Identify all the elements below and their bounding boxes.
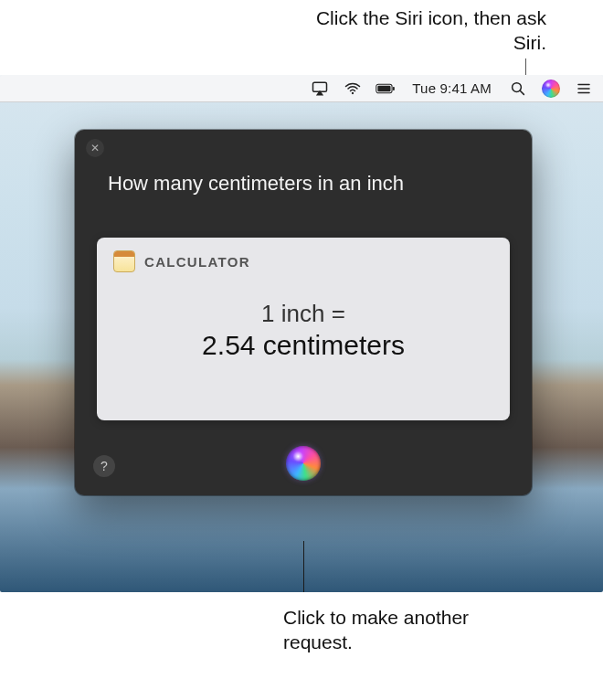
result-line-2: 2.54 centimeters	[97, 330, 510, 361]
result-header: CALCULATOR	[97, 238, 510, 281]
wifi-icon[interactable]	[343, 79, 363, 99]
battery-icon[interactable]	[376, 79, 396, 99]
siri-request-button[interactable]	[284, 444, 323, 483]
siri-result-card[interactable]: CALCULATOR 1 inch = 2.54 centimeters	[97, 238, 510, 420]
svg-rect-5	[393, 87, 395, 90]
menu-bar-clock[interactable]: Tue 9:41 AM	[408, 80, 495, 96]
siri-query-text: How many centimeters in an inch	[108, 172, 499, 196]
svg-point-2	[352, 91, 354, 93]
callout-bottom: Click to make another request.	[283, 605, 521, 655]
svg-rect-4	[378, 85, 391, 90]
help-button[interactable]: ?	[93, 455, 115, 477]
svg-marker-1	[316, 90, 323, 95]
menu-bar: Tue 9:41 AM	[0, 75, 603, 102]
siri-window: ✕ How many centimeters in an inch CALCUL…	[75, 130, 532, 495]
siri-orb-icon	[542, 80, 560, 98]
svg-line-7	[520, 90, 524, 94]
airplay-icon[interactable]	[310, 79, 330, 99]
result-line-1: 1 inch =	[97, 300, 510, 328]
help-icon: ?	[100, 459, 108, 473]
close-button[interactable]: ✕	[86, 139, 104, 157]
leader-line-bottom	[303, 541, 304, 592]
result-source-label: CALCULATOR	[144, 254, 250, 270]
desktop-region: Tue 9:41 AM ✕ How many centimeters in an…	[0, 75, 603, 592]
notification-center-icon[interactable]	[574, 79, 594, 99]
siri-menu-bar-icon[interactable]	[541, 79, 561, 99]
close-icon: ✕	[90, 143, 100, 154]
spotlight-search-icon[interactable]	[508, 79, 528, 99]
result-body: 1 inch = 2.54 centimeters	[97, 300, 510, 361]
siri-orb-large-icon	[286, 446, 321, 481]
calculator-app-icon	[113, 250, 135, 272]
callout-top: Click the Siri icon, then ask Siri.	[309, 5, 546, 56]
